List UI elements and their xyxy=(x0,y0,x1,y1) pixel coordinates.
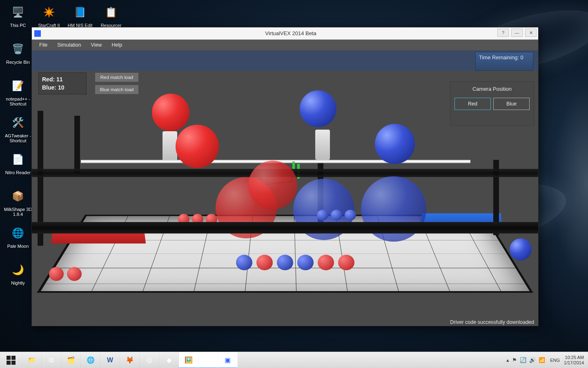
large-ball-red xyxy=(248,161,297,210)
menu-file[interactable]: File xyxy=(35,40,51,49)
desktop-icon-agtweaker[interactable]: 🛠️AGTweaker - Shortcut xyxy=(2,114,33,148)
taskbar-item-unity[interactable]: ◆ xyxy=(159,352,179,368)
tray-date: 1/17/2014 xyxy=(564,360,584,366)
time-remaining-panel: Time Remaining: 0 xyxy=(475,52,533,71)
tray-chevron-icon[interactable]: ▴ xyxy=(506,357,509,363)
big-ball-red xyxy=(152,94,189,131)
taskbar-item-powershell[interactable]: ⧉ xyxy=(42,352,61,368)
big-ball-blue xyxy=(375,124,415,164)
desktop-icon-this-pc[interactable]: 🖥️This PC xyxy=(2,3,33,38)
big-ball-blue xyxy=(300,90,336,127)
help-button[interactable]: ? xyxy=(497,29,509,37)
desktop-icon-nightly[interactable]: 🌙Nightly xyxy=(2,261,33,295)
time-label: Time Remaining: xyxy=(479,54,519,61)
red-score: 11 xyxy=(56,76,63,83)
titlebar[interactable]: VirtualVEX 2014 Beta ? — ✕ xyxy=(32,27,538,40)
menu-help[interactable]: Help xyxy=(107,40,126,49)
floor-smallballs-left xyxy=(49,267,82,281)
status-text: Driver code successfully downloaded xyxy=(450,319,534,325)
red-label: Red: xyxy=(42,76,55,83)
viewport-3d[interactable]: Time Remaining: 0 Red: 11 Blue: 10 Red m… xyxy=(32,50,538,326)
tray-clock[interactable]: 10:25 AM 1/17/2014 xyxy=(564,355,584,366)
front-crossbar xyxy=(32,222,538,233)
red-match-load-button[interactable]: Red match load xyxy=(95,72,139,82)
taskbar: 📁 ⧉ 🗂️ 🌐 W 🦊 ◎ ◆ 🖼️ ⬢ ▣ ▴ ⚑ 🔄 🔊 📶 ENG 10… xyxy=(0,352,588,368)
desktop-icon-notepadpp[interactable]: 📝notepad++ - Shortcut xyxy=(2,77,33,111)
tray-flag-icon[interactable]: ⚑ xyxy=(512,357,517,363)
taskbar-item-browser[interactable]: 🌐 xyxy=(81,352,100,368)
match-load-buttons: Red match load Blue match load xyxy=(95,72,139,94)
edge-ball-blue xyxy=(510,238,532,260)
blue-label: Blue: xyxy=(42,84,56,91)
taskbar-item-nsis[interactable]: ⬢ xyxy=(198,352,218,368)
floor-smallballs-center xyxy=(236,255,354,270)
taskbar-item-virtualvex[interactable]: ▣ xyxy=(218,352,238,368)
tray-time: 10:25 AM xyxy=(564,355,584,360)
score-panel: Red: 11 Blue: 10 xyxy=(38,72,87,94)
window-title: VirtualVEX 2014 Beta xyxy=(43,30,538,36)
system-tray: ▴ ⚑ 🔄 🔊 📶 ENG 10:25 AM 1/17/2014 xyxy=(506,355,588,366)
taskbar-item-folder[interactable]: 🗂️ xyxy=(61,352,81,368)
tray-network-icon[interactable]: 📶 xyxy=(539,357,545,363)
desktop-icons-column: 🖥️This PC 🗑️Recycle Bin 📝notepad++ - Sho… xyxy=(2,3,35,298)
blue-score: 10 xyxy=(58,84,65,91)
menu-view[interactable]: View xyxy=(87,40,106,49)
desktop-icon-nitro-reader[interactable]: 📄Nitro Reader xyxy=(2,150,33,185)
camera-red-button[interactable]: Red xyxy=(454,98,491,110)
windows-logo-icon xyxy=(7,356,16,365)
tray-icons[interactable]: ▴ ⚑ 🔄 🔊 📶 xyxy=(506,357,546,363)
time-value: 0 xyxy=(520,54,523,61)
app-icon xyxy=(34,30,41,37)
tray-language[interactable]: ENG xyxy=(550,358,560,363)
desktop-icon-palemoon[interactable]: 🌐Pale Moon xyxy=(2,224,33,258)
big-ball-red xyxy=(176,125,219,168)
pedestal-blue xyxy=(315,130,330,160)
back-post xyxy=(74,116,80,173)
tray-volume-icon[interactable]: 🔊 xyxy=(529,357,536,363)
menu-simulation[interactable]: Simulation xyxy=(53,40,85,49)
menubar: File Simulation View Help xyxy=(32,40,538,50)
close-button[interactable]: ✕ xyxy=(525,29,537,37)
rail-smallballs-blue xyxy=(317,210,356,220)
app-window: VirtualVEX 2014 Beta ? — ✕ File Simulati… xyxy=(31,27,539,326)
taskbar-item-word[interactable]: W xyxy=(100,352,120,368)
desktop-icon-milkshape[interactable]: 📦MilkShape 3D 1.8.4 xyxy=(2,187,33,222)
taskbar-item-images[interactable]: 🖼️ xyxy=(179,352,198,368)
taskbar-item-obs[interactable]: ◎ xyxy=(140,352,159,368)
camera-blue-button[interactable]: Blue xyxy=(493,98,530,110)
desktop-icon-recycle-bin[interactable]: 🗑️Recycle Bin xyxy=(2,40,33,74)
camera-panel-title: Camera Position xyxy=(454,86,530,92)
minimize-button[interactable]: — xyxy=(511,29,523,37)
camera-position-panel: Camera Position Red Blue xyxy=(450,81,534,126)
start-button[interactable] xyxy=(0,352,22,368)
tray-sync-icon[interactable]: 🔄 xyxy=(520,357,526,363)
taskbar-item-gimp[interactable]: 🦊 xyxy=(120,352,140,368)
pedestal-red xyxy=(163,131,177,162)
taskbar-item-file-explorer[interactable]: 📁 xyxy=(22,352,42,368)
blue-match-load-button[interactable]: Blue match load xyxy=(95,85,139,94)
